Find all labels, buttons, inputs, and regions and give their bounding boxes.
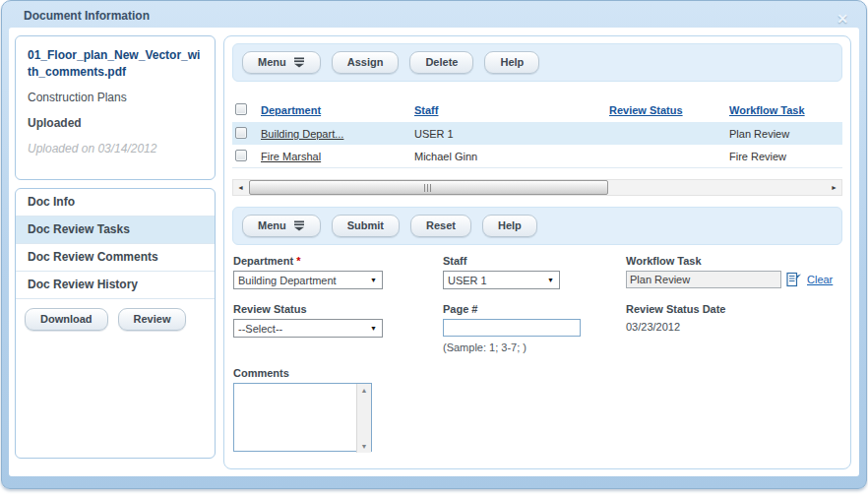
staff-field: Staff USER 1 ▼ bbox=[443, 255, 626, 289]
menu-button-label: Menu bbox=[258, 219, 286, 231]
tasks-toolbar: Menu Assign Delete Help bbox=[232, 43, 842, 82]
scrollbar-track[interactable] bbox=[248, 180, 827, 195]
review-tasks-table: Department Staff Review Status Workflow … bbox=[232, 98, 842, 168]
assign-button[interactable]: Assign bbox=[332, 51, 400, 74]
department-label: Department* bbox=[233, 255, 443, 267]
delete-button[interactable]: Delete bbox=[409, 51, 473, 74]
department-select-value: Building Department bbox=[238, 275, 337, 286]
reset-button[interactable]: Reset bbox=[410, 215, 471, 237]
page-number-input[interactable] bbox=[443, 319, 581, 337]
comments-textarea-wrap: ▲ ▼ bbox=[233, 383, 372, 454]
review-status-date-label: Review Status Date bbox=[626, 303, 842, 315]
form-spacer bbox=[626, 367, 842, 454]
workflow-task-field: Workflow Task Clear bbox=[626, 255, 842, 289]
table-row[interactable]: Fire Marshal Michael Ginn Fire Review bbox=[232, 145, 842, 167]
scroll-right-icon[interactable]: ► bbox=[827, 180, 841, 195]
dialog-content: 01_Floor_plan_New_Vector_with_comments.p… bbox=[9, 28, 859, 476]
document-information-dialog: Document Information ✕ 01_Floor_plan_New… bbox=[1, 0, 867, 489]
review-status-date-value: 03/23/2012 bbox=[626, 321, 842, 333]
scroll-down-icon[interactable]: ▼ bbox=[357, 440, 371, 453]
row-department-link[interactable]: Fire Marshal bbox=[261, 151, 414, 162]
column-header-department[interactable]: Department bbox=[261, 104, 414, 116]
row-staff: USER 1 bbox=[414, 128, 609, 140]
chevron-down-icon: ▼ bbox=[547, 277, 554, 283]
form-menu-button[interactable]: Menu bbox=[242, 215, 321, 237]
submit-button[interactable]: Submit bbox=[332, 215, 400, 237]
table-header-row: Department Staff Review Status Workflow … bbox=[232, 98, 842, 122]
review-task-form: Department* Building Department ▼ Staff … bbox=[232, 255, 842, 454]
workflow-task-input[interactable] bbox=[626, 271, 781, 288]
workflow-task-row: Clear bbox=[626, 271, 842, 288]
document-status: Uploaded bbox=[28, 116, 203, 130]
review-status-label: Review Status bbox=[233, 303, 443, 315]
department-label-text: Department bbox=[233, 255, 293, 267]
dialog-title: Document Information bbox=[24, 9, 150, 23]
row-checkbox[interactable] bbox=[235, 150, 247, 161]
sidebar-item-doc-info[interactable]: Doc Info bbox=[16, 189, 215, 217]
row-workflow-task: Fire Review bbox=[729, 151, 842, 162]
required-asterisk: * bbox=[296, 255, 300, 267]
doc-review-tasks-panel: Menu Assign Delete Help Department Staff bbox=[223, 35, 851, 469]
document-summary-card: 01_Floor_plan_New_Vector_with_comments.p… bbox=[15, 35, 216, 180]
menu-button-label: Menu bbox=[258, 56, 286, 68]
comments-textarea[interactable] bbox=[233, 383, 372, 452]
page-number-hint: (Sample: 1; 3-7; ) bbox=[443, 341, 626, 353]
row-staff: Michael Ginn bbox=[414, 151, 609, 162]
dialog-titlebar[interactable]: Document Information ✕ bbox=[2, 1, 866, 28]
form-help-button[interactable]: Help bbox=[482, 215, 537, 237]
row-checkbox-cell bbox=[235, 127, 261, 141]
chevron-down-icon: ▼ bbox=[370, 325, 377, 332]
review-status-select[interactable]: --Select-- ▼ bbox=[233, 319, 383, 338]
page-number-field: Page # (Sample: 1; 3-7; ) bbox=[443, 303, 626, 353]
department-select[interactable]: Building Department ▼ bbox=[233, 271, 383, 289]
form-toolbar: Menu Submit Reset Help bbox=[232, 207, 842, 245]
scrollbar-thumb[interactable] bbox=[249, 180, 608, 195]
menu-dropdown-icon bbox=[293, 57, 305, 68]
review-status-select-value: --Select-- bbox=[238, 323, 282, 335]
document-filename: 01_Floor_plan_New_Vector_with_comments.p… bbox=[28, 47, 203, 81]
sidebar-actions: Download Review bbox=[16, 299, 215, 340]
staff-label: Staff bbox=[443, 255, 626, 267]
column-header-staff[interactable]: Staff bbox=[414, 104, 609, 116]
header-checkbox-cell bbox=[235, 103, 261, 117]
row-checkbox-cell bbox=[235, 150, 261, 163]
form-spacer bbox=[443, 367, 626, 454]
sidebar-item-doc-review-tasks[interactable]: Doc Review Tasks bbox=[16, 217, 215, 244]
pick-from-list-icon[interactable] bbox=[785, 272, 802, 288]
menu-dropdown-icon bbox=[293, 220, 305, 231]
staff-select-value: USER 1 bbox=[448, 275, 487, 286]
scrollbar-grip-icon bbox=[424, 184, 432, 192]
select-all-checkbox[interactable] bbox=[235, 103, 247, 115]
workflow-task-label: Workflow Task bbox=[626, 255, 842, 267]
comments-field: Comments ▲ ▼ bbox=[233, 367, 443, 454]
review-button[interactable]: Review bbox=[118, 308, 187, 331]
tasks-menu-button[interactable]: Menu bbox=[242, 51, 321, 74]
chevron-down-icon: ▼ bbox=[370, 277, 377, 283]
review-status-date-field: Review Status Date 03/23/2012 bbox=[626, 303, 842, 353]
document-category: Construction Plans bbox=[28, 91, 203, 104]
horizontal-scrollbar[interactable]: ◄ ► bbox=[232, 179, 842, 196]
comments-label: Comments bbox=[233, 367, 443, 379]
clear-link[interactable]: Clear bbox=[807, 274, 833, 285]
download-button[interactable]: Download bbox=[25, 308, 108, 331]
scroll-left-icon[interactable]: ◄ bbox=[233, 180, 248, 195]
row-checkbox[interactable] bbox=[235, 127, 247, 139]
document-uploaded-note: Uploaded on 03/14/2012 bbox=[28, 142, 203, 155]
column-header-workflow-task[interactable]: Workflow Task bbox=[729, 104, 842, 116]
department-field: Department* Building Department ▼ bbox=[233, 255, 443, 289]
sidebar-item-doc-review-comments[interactable]: Doc Review Comments bbox=[16, 244, 215, 272]
sidebar-item-doc-review-history[interactable]: Doc Review History bbox=[16, 272, 215, 299]
tasks-help-button[interactable]: Help bbox=[484, 51, 539, 74]
column-header-review-status[interactable]: Review Status bbox=[609, 104, 729, 116]
table-row[interactable]: Building Depart... USER 1 Plan Review bbox=[232, 122, 842, 145]
row-department-link[interactable]: Building Depart... bbox=[261, 128, 414, 140]
scroll-up-icon[interactable]: ▲ bbox=[357, 384, 371, 397]
row-workflow-task: Plan Review bbox=[729, 128, 842, 140]
sidebar: 01_Floor_plan_New_Vector_with_comments.p… bbox=[15, 35, 216, 468]
staff-select[interactable]: USER 1 ▼ bbox=[443, 271, 560, 289]
sidebar-nav: Doc Info Doc Review Tasks Doc Review Com… bbox=[15, 188, 216, 459]
vertical-scrollbar[interactable]: ▲ ▼ bbox=[356, 384, 371, 453]
page-number-label: Page # bbox=[443, 303, 626, 315]
review-status-field: Review Status --Select-- ▼ bbox=[233, 303, 443, 353]
